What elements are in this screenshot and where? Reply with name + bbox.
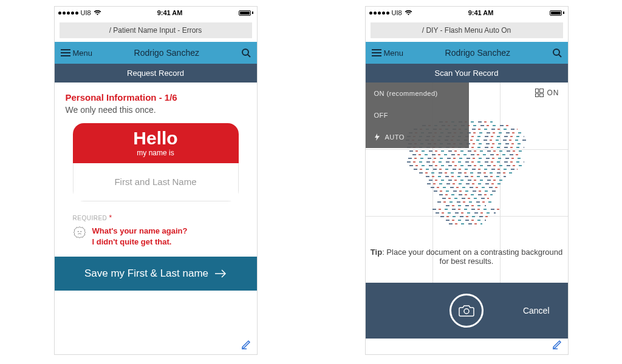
save-button[interactable]: Save my First & Last name [55, 257, 257, 291]
carrier-label: UI8 [392, 9, 402, 16]
svg-line-7 [559, 55, 561, 57]
asterisk-icon: * [109, 214, 112, 222]
error-line1: What's your name again? [92, 226, 188, 237]
pencil-icon [241, 339, 252, 349]
wifi-icon [94, 10, 101, 16]
subheader: Request Record [55, 64, 257, 83]
header-title: Rodrigo Sanchez [134, 48, 199, 58]
svg-point-3 [80, 231, 81, 232]
app-header: Menu Rodrigo Sanchez [55, 42, 257, 64]
search-icon [552, 48, 562, 58]
arrow-right-icon [214, 269, 227, 278]
flash-option-auto[interactable]: AUTO [366, 126, 469, 148]
grid-toggle[interactable]: ON [535, 89, 559, 97]
hamburger-icon [372, 49, 381, 56]
tip-label: Tip [371, 248, 382, 257]
cancel-button[interactable]: Cancel [523, 306, 550, 315]
phone-mock-a: UI8 9:41 AM / Patient Name Input - Error… [54, 6, 258, 355]
edit-annotation-button[interactable] [552, 339, 563, 352]
header-title: Rodrigo Sanchez [445, 48, 510, 58]
hello-label: Hello [73, 128, 239, 149]
menu-button[interactable]: Menu [61, 49, 93, 58]
menu-label: Menu [384, 49, 404, 58]
name-card: Hello my name is [73, 123, 239, 201]
flash-menu: ON (recommended) OFF AUTO [366, 83, 469, 148]
clock: 9:41 AM [157, 9, 183, 16]
flash-auto-label: AUTO [385, 133, 405, 141]
svg-point-6 [553, 49, 559, 55]
badge-error-icon [73, 226, 86, 239]
tip-body: : Place your document on a contrasting b… [382, 248, 562, 266]
app-header: Menu Rodrigo Sanchez [366, 42, 568, 64]
flash-off-label: OFF [374, 112, 389, 119]
error-line2: I didn't quite get that. [92, 237, 188, 248]
subheader: Scan Your Record [366, 64, 568, 83]
status-bar: UI8 9:41 AM [55, 7, 257, 19]
svg-point-9 [464, 309, 469, 314]
capture-button[interactable] [449, 294, 484, 328]
search-icon [241, 48, 251, 58]
svg-point-2 [77, 231, 78, 232]
search-button[interactable] [241, 48, 251, 58]
signal-icon [58, 12, 78, 15]
tip-text: Tip: Place your document on a contrastin… [366, 248, 568, 266]
error-message: What's your name again? I didn't quite g… [73, 226, 239, 247]
svg-point-0 [242, 49, 248, 55]
grid-icon [535, 89, 544, 97]
mock-title-b: / DIY - Flash Menu Auto On [371, 22, 563, 38]
carrier-label: UI8 [81, 9, 91, 16]
hamburger-icon [61, 49, 70, 56]
svg-line-1 [248, 55, 250, 57]
menu-button[interactable]: Menu [372, 49, 404, 58]
battery-icon [239, 10, 253, 16]
status-bar: UI8 9:41 AM [366, 7, 568, 19]
edit-annotation-button[interactable] [241, 339, 252, 352]
camera-icon [459, 304, 474, 317]
flash-option-on[interactable]: ON (recommended) [366, 83, 469, 104]
my-name-is-label: my name is [73, 149, 239, 157]
required-indicator: REQUIRED * [73, 214, 239, 222]
phone-mock-b: UI8 9:41 AM / DIY - Flash Menu Auto On M… [365, 6, 569, 355]
pencil-icon [552, 339, 563, 349]
grid-on-label: ON [547, 89, 559, 97]
search-button[interactable] [552, 48, 562, 58]
flash-on-label: ON (recommended) [374, 90, 438, 97]
name-input[interactable] [81, 177, 230, 187]
save-label: Save my First & Last name [84, 268, 208, 280]
camera-viewport: ON (recommended) OFF AUTO ON Tip: Place … [366, 83, 568, 283]
wifi-icon [405, 10, 412, 16]
cancel-label: Cancel [523, 306, 550, 315]
svg-marker-8 [375, 133, 380, 141]
mock-title-a: / Patient Name Input - Errors [60, 22, 252, 38]
clock: 9:41 AM [468, 9, 494, 16]
signal-icon [369, 12, 389, 15]
battery-icon [550, 10, 564, 16]
flash-option-off[interactable]: OFF [366, 104, 469, 126]
section-title: Personal Information - 1/6 [66, 92, 246, 103]
menu-label: Menu [73, 49, 93, 58]
camera-bar: Cancel [366, 283, 568, 339]
section-subtitle: We only need this once. [66, 105, 246, 115]
required-label: REQUIRED [73, 215, 108, 221]
flash-auto-icon [374, 133, 380, 141]
